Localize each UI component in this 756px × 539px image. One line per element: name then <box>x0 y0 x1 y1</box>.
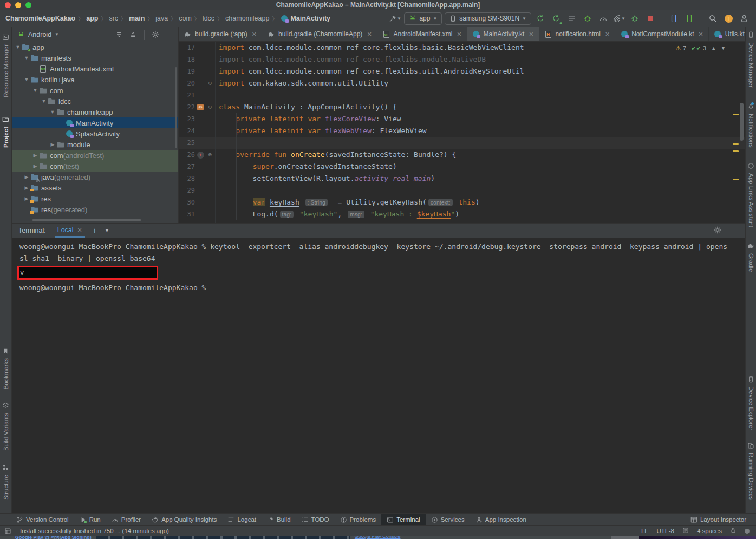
minimize-window-button[interactable] <box>15 2 21 8</box>
chevron-down-icon[interactable]: ▼ <box>23 77 30 82</box>
tool-stripe-notifications[interactable]: Notifications <box>747 103 754 148</box>
tab-build-gradle-chamomileapp[interactable]: build.gradle (ChamomileApp)✕ <box>262 27 377 41</box>
background-task-icon[interactable] <box>745 529 750 534</box>
indent-widget[interactable]: 4 spaces <box>697 528 722 534</box>
status-message[interactable]: Install successfully finished in 750 ...… <box>20 528 169 534</box>
close-icon[interactable]: ✕ <box>457 31 461 38</box>
attach-debugger-button[interactable] <box>628 12 641 25</box>
breadcrumb-item-chamomileapp[interactable]: chamomileapp <box>225 15 269 22</box>
chevron-down-icon[interactable]: ▼ <box>31 88 39 93</box>
toolwindow-button-version-control[interactable]: Version Control <box>11 514 74 525</box>
breadcrumb-item-chamomileappkakao[interactable]: ChamomileAppKakao <box>5 15 75 22</box>
write-access-icon[interactable] <box>730 527 737 535</box>
code-text[interactable] <box>216 137 745 149</box>
pair-devices-button[interactable] <box>667 12 680 25</box>
toolwindow-button-app-inspection[interactable]: App Inspection <box>470 514 532 525</box>
code-text[interactable]: class MainActivity : AppCompatActivity()… <box>216 101 745 113</box>
warning-stripe-mark[interactable] <box>733 114 739 115</box>
device-manager-button[interactable] <box>683 12 696 25</box>
warning-stripe-mark[interactable] <box>733 150 739 152</box>
toolwindow-button-run[interactable]: Run <box>74 514 106 525</box>
project-settings-button[interactable] <box>150 29 161 40</box>
chevron-right-icon[interactable]: ▶ <box>23 185 30 190</box>
tree-item-res[interactable]: ▶res <box>12 193 178 204</box>
close-icon[interactable]: ✕ <box>77 227 82 234</box>
tool-stripe-bookmarks[interactable]: Bookmarks <box>2 347 9 390</box>
warning-stripe-mark[interactable] <box>733 179 739 180</box>
hide-tool-window-button[interactable]: — <box>164 29 175 40</box>
zoom-window-button[interactable] <box>25 2 31 8</box>
toolwindow-button-logcat[interactable]: Logcat <box>222 514 262 525</box>
code-text[interactable]: private lateinit var flexWebView: FlexWe… <box>216 125 745 137</box>
toolwindow-button-problems[interactable]: Problems <box>335 514 382 525</box>
code-text[interactable]: import com.kakao.sdk.common.util.Utility <box>216 77 745 89</box>
device-dropdown[interactable]: samsung SM-S901N▼ <box>445 12 531 25</box>
terminal-tab-local[interactable]: Local ✕ <box>55 224 85 238</box>
tree-item-assets[interactable]: ▶assets <box>12 182 178 193</box>
tree-item-com[interactable]: ▼com <box>12 85 178 96</box>
tool-stripe-project[interactable]: Project <box>2 116 9 148</box>
tool-stripe-device-manager[interactable]: Device Manager <box>747 31 754 88</box>
new-terminal-session-button[interactable]: + <box>93 226 97 235</box>
tree-item-manifests[interactable]: ▼manifests <box>12 52 178 63</box>
code-text[interactable] <box>216 89 745 101</box>
tool-stripe-running-devices[interactable]: Running Devices <box>747 442 754 500</box>
stop-button[interactable] <box>644 12 657 25</box>
expand-all-button[interactable] <box>114 29 125 40</box>
code-text[interactable]: import com.ldcc.module.common_ref_core.f… <box>216 54 745 65</box>
warning-stripe-mark[interactable] <box>733 143 739 145</box>
tree-item-app[interactable]: ▼app <box>12 42 178 52</box>
close-icon[interactable]: ✕ <box>529 31 533 38</box>
tool-stripe-app-links-assistant[interactable]: App Links Assistant <box>747 162 754 227</box>
breadcrumb-item-app[interactable]: app <box>86 15 98 22</box>
tree-item-splashactivity[interactable]: SplashActivity <box>12 128 178 139</box>
override-method-icon[interactable]: ↑ <box>197 152 204 159</box>
tool-stripe-gradle[interactable]: Gradle <box>747 242 754 272</box>
build-button[interactable]: ▼ <box>388 12 401 25</box>
tree-item-com-androidtest[interactable]: ▶com (androidTest) <box>12 150 178 161</box>
search-everywhere-button[interactable] <box>706 12 719 25</box>
chevron-right-icon[interactable]: ▶ <box>49 142 56 147</box>
inspections-widget[interactable]: ⚠ 7 ✔✔ 3 ▲ ▼ <box>675 44 726 52</box>
terminal-sessions-dropdown[interactable]: ▼ <box>105 228 109 233</box>
fold-marker[interactable]: ⊖ <box>206 77 214 89</box>
toolwindow-button-services[interactable]: Services <box>426 514 470 525</box>
apply-code-changes-button[interactable] <box>565 12 578 25</box>
project-horizontal-scrollbar[interactable] <box>32 219 141 221</box>
tab-mainactivity-kt[interactable]: MainActivity.kt✕ <box>467 27 539 41</box>
profiler-options-button[interactable]: ▼ <box>612 12 625 25</box>
chevron-right-icon[interactable]: ▶ <box>23 174 30 180</box>
tree-item-ldcc[interactable]: ▼ldcc <box>12 96 178 107</box>
code-text[interactable]: import com.ldcc.module.common_ref_core.f… <box>216 65 745 77</box>
account-button[interactable] <box>738 12 751 25</box>
close-icon[interactable]: ✕ <box>252 31 257 38</box>
next-problem-button[interactable]: ▼ <box>721 45 726 51</box>
run-configuration-dropdown[interactable]: app▼ <box>404 12 442 25</box>
previous-problem-button[interactable]: ▲ <box>711 45 716 51</box>
code-text[interactable]: import com.ldcc.module.common_ref_core.f… <box>216 42 745 54</box>
chevron-right-icon[interactable]: ▶ <box>23 196 30 201</box>
tool-stripe-structure[interactable]: Structure <box>2 464 9 500</box>
project-vertical-scrollbar[interactable] <box>175 67 177 148</box>
terminal-settings-button[interactable] <box>714 226 721 235</box>
chevron-down-icon[interactable]: ▼ <box>40 98 48 104</box>
tool-stripe-resource-manager[interactable]: Resource Manager <box>2 34 9 97</box>
editor-scrollbar[interactable] <box>740 103 744 141</box>
project-view-selector[interactable]: Android <box>28 31 51 38</box>
code-text[interactable]: super.onCreate(savedInstanceState) <box>216 161 745 173</box>
apply-changes-button[interactable]: A <box>550 12 563 25</box>
tool-stripe-device-explorer[interactable]: Device Explorer <box>747 376 754 430</box>
chevron-down-icon[interactable]: ▼ <box>23 55 30 61</box>
code-text[interactable] <box>216 185 745 196</box>
code-text[interactable]: private lateinit var flexCoreView: View <box>216 113 745 125</box>
tree-item-module[interactable]: ▶module <box>12 139 178 150</box>
rerun-button[interactable] <box>534 12 547 25</box>
close-icon[interactable]: ✕ <box>605 31 610 38</box>
terminal-output[interactable]: woong@woongui-MacBookPro ChamomileAppKak… <box>12 238 745 294</box>
tool-stripe-build-variants[interactable]: Build Variants <box>2 402 9 451</box>
toolwindow-button-build[interactable]: Build <box>262 514 296 525</box>
code-text[interactable]: setContentView(R.layout.activity_real_ma… <box>216 173 745 185</box>
code-text[interactable]: var keyHash : String = Utility.getKeyHas… <box>216 196 745 208</box>
toolwindow-button-terminal[interactable]: Terminal <box>381 514 425 525</box>
breadcrumb-item-main[interactable]: main <box>129 15 145 22</box>
